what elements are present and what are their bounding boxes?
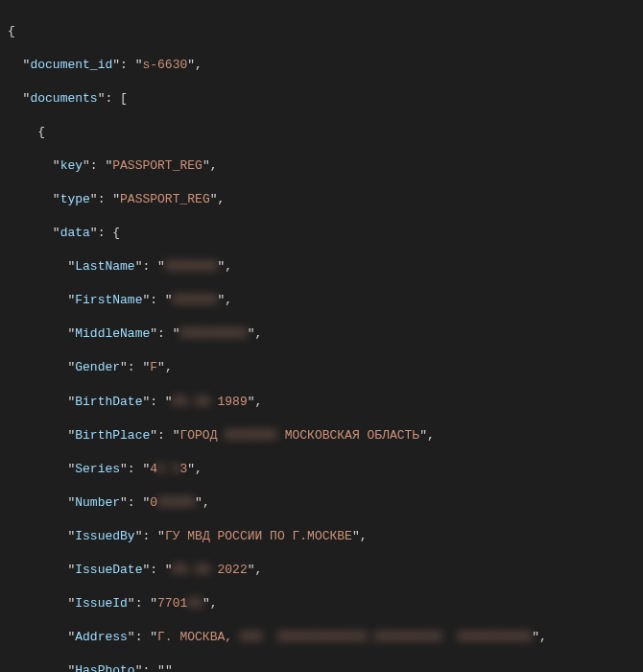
key-documents: documents	[30, 91, 97, 106]
redacted: X X	[157, 461, 179, 478]
redacted: XXXXXX	[173, 292, 218, 309]
redacted: XXXXXXXXX	[179, 325, 247, 343]
redacted: XXX XXXXXXXXXXXX XXXXXXXXX XXXXXXXXXX	[240, 629, 532, 646]
redacted: XX	[187, 595, 202, 612]
redacted: XXXXXXX	[225, 427, 277, 444]
key-document-id: document_id	[30, 58, 112, 72]
val-document-id: s-6630	[142, 58, 187, 72]
redacted: XX XX	[173, 394, 210, 411]
redacted: XX XX	[173, 562, 210, 579]
json-viewer: { "document_id": "s-6630", "documents": …	[0, 0, 643, 672]
redacted: XXXXX	[157, 494, 195, 512]
val-key: PASSPORT_REG	[112, 158, 202, 173]
redacted: XXXXXXX	[165, 258, 218, 276]
val-type: PASSPORT_REG	[120, 192, 210, 206]
